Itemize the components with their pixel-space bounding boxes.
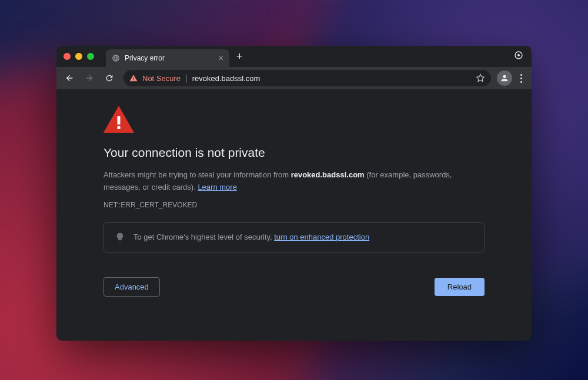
button-row: Advanced Reload [103,277,485,297]
menu-button[interactable] [516,70,527,86]
toolbar: Not Secure | revoked.badssl.com [56,67,532,89]
hint-prefix: To get Chrome's highest level of securit… [133,233,274,241]
enhanced-protection-hint: To get Chrome's highest level of securit… [103,222,485,253]
profile-button[interactable] [497,70,512,86]
page-heading: Your connection is not private [103,146,485,160]
lightbulb-icon [115,232,125,243]
para-domain: revoked.badssl.com [291,170,365,179]
dots-icon [520,74,522,76]
url-divider: | [185,73,188,83]
warning-hero-icon [103,106,485,135]
advanced-button[interactable]: Advanced [103,277,160,297]
para-prefix: Attackers might be trying to steal your … [103,170,291,179]
browser-tab[interactable]: Privacy error × [106,49,229,67]
browser-window: Privacy error × + Not Secure | revoked.b… [56,46,532,341]
learn-more-link[interactable]: Learn more [198,183,236,191]
new-tab-button[interactable]: + [236,51,243,63]
enhanced-protection-link[interactable]: turn on enhanced protection [274,233,369,241]
arrow-left-icon [65,73,74,83]
url-text: revoked.badssl.com [192,74,471,83]
title-bar: Privacy error × + [56,46,532,67]
bookmark-star-icon[interactable] [476,73,485,83]
arrow-right-icon [85,73,94,83]
forward-button[interactable] [81,70,98,86]
warning-triangle-icon [129,74,138,82]
incognito-icon [514,51,523,60]
window-controls [64,53,94,60]
warning-paragraph: Attackers might be trying to steal your … [103,169,485,194]
hint-text: To get Chrome's highest level of securit… [133,233,369,241]
address-bar[interactable]: Not Secure | revoked.badssl.com [123,70,491,86]
error-code: NET::ERR_CERT_REVOKED [103,201,485,209]
reload-button[interactable] [101,70,118,86]
svg-rect-3 [118,126,121,129]
svg-rect-2 [118,116,121,125]
globe-icon [112,54,120,62]
back-button[interactable] [61,70,78,86]
close-tab-icon[interactable]: × [219,54,223,62]
reload-page-button[interactable]: Reload [435,278,485,296]
person-icon [500,73,509,83]
tab-title: Privacy error [125,54,214,62]
svg-point-1 [517,54,520,56]
window-close-button[interactable] [64,53,71,60]
window-minimize-button[interactable] [75,53,82,60]
window-maximize-button[interactable] [87,53,94,60]
security-status: Not Secure [142,74,181,83]
reload-icon [105,73,114,83]
page-content: Your connection is not private Attackers… [56,89,532,341]
